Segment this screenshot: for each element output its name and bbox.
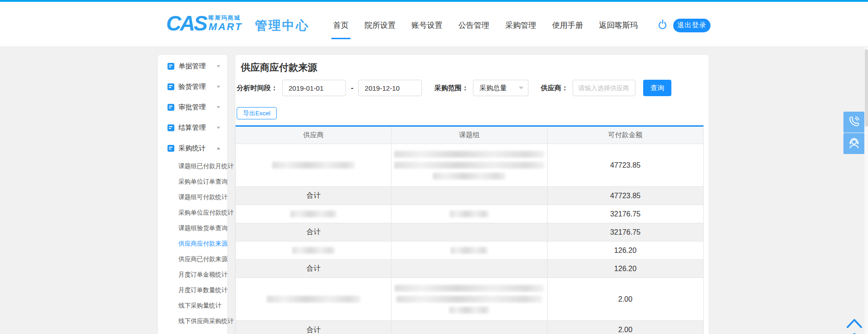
chevron-down-icon: [217, 86, 220, 88]
sidebar-subitem[interactable]: 月度订单数量统计: [158, 283, 227, 298]
total-amount-cell: 47723.85: [548, 187, 703, 205]
topic-group-cell: [391, 278, 547, 320]
table-body: 47723.85合计47723.8532176.75合计32176.75126.…: [236, 144, 703, 334]
redacted-text: [292, 247, 335, 254]
nav-item-user-manual[interactable]: 使用手册: [551, 15, 584, 35]
topic-group-cell: [391, 242, 547, 259]
supplier-cell: [236, 278, 391, 320]
chevron-down-icon: [519, 87, 523, 89]
sidebar-group-purchase-statistics[interactable]: 采购统计: [158, 138, 227, 159]
total-row: 合计32176.75: [236, 223, 703, 242]
redacted-text: [449, 307, 489, 313]
topic-group-cell: [391, 144, 547, 186]
sidebar-subitem[interactable]: 采购单位订单查询: [158, 174, 227, 190]
redacted-text: [394, 151, 544, 158]
scrollbar-track[interactable]: [864, 0, 868, 334]
logout-button[interactable]: 退出登录: [673, 19, 711, 32]
date-to-input[interactable]: [358, 80, 422, 96]
sidebar-group-document-management[interactable]: 单据管理: [158, 56, 227, 77]
chevron-down-icon: [217, 106, 220, 108]
nav-item-home[interactable]: 首页: [332, 15, 350, 35]
column-header: 可付款金额: [548, 127, 703, 144]
sidebar-group-settlement-management[interactable]: 结算管理: [158, 118, 227, 138]
phone-contact-button[interactable]: [843, 112, 864, 133]
sidebar-group-approval-management[interactable]: 审批管理: [158, 97, 227, 118]
column-header: 供应商: [236, 127, 391, 144]
nav-item-institute-settings[interactable]: 院所设置: [364, 15, 396, 35]
sidebar-subitem[interactable]: 采购单位应付款统计: [158, 205, 227, 221]
total-empty-cell: [391, 187, 547, 205]
column-header: 课题组: [391, 127, 547, 144]
sidebar-subitem[interactable]: 供应商应付款来源: [158, 236, 227, 252]
document-icon: [168, 104, 174, 111]
logo-mart-text: MART: [208, 22, 243, 32]
redacted-text: [272, 162, 355, 169]
nav-item-procurement-management[interactable]: 采购管理: [504, 15, 537, 35]
total-row: 合计2.00: [236, 321, 703, 334]
table-header-row: 供应商课题组可付款金额: [236, 127, 703, 144]
portal-title: 管理中心: [255, 17, 310, 34]
nav-item-announcement-management[interactable]: 公告管理: [457, 15, 490, 35]
total-empty-cell: [391, 260, 547, 277]
sidebar: 单据管理验货管理审批管理结算管理采购统计课题组已付款月统计采购单位订单查询课题组…: [158, 55, 227, 334]
scope-selected-value: 采购总量: [479, 84, 507, 92]
table-row: 47723.85: [236, 144, 703, 187]
power-icon[interactable]: [659, 21, 666, 29]
date-from-input[interactable]: [282, 80, 346, 96]
supplier-input[interactable]: [573, 80, 635, 96]
search-button[interactable]: 查询: [643, 80, 671, 96]
table-row: 126.20: [236, 242, 703, 260]
export-excel-button[interactable]: 导出Excel: [237, 107, 277, 119]
customer-service-icon: [848, 136, 861, 151]
header-right: 退出登录: [659, 2, 711, 49]
document-icon: [168, 63, 174, 70]
phone-icon: [848, 115, 860, 129]
total-amount-cell: 126.20: [548, 260, 703, 277]
scope-select[interactable]: 采购总量: [473, 80, 528, 96]
main-nav: 首页院所设置账号设置公告管理采购管理使用手册返回喀斯玛: [332, 2, 639, 49]
sidebar-subitem[interactable]: 线下供应商采购统计: [158, 313, 227, 329]
redacted-text: [433, 173, 506, 180]
sidebar-subitem[interactable]: 月度订单金额统计: [158, 267, 227, 283]
redacted-text: [395, 285, 544, 292]
total-label-cell: 合计: [236, 187, 391, 205]
scrollbar-thumb[interactable]: [865, 49, 868, 127]
redacted-text: [396, 296, 542, 303]
date-separator: -: [351, 84, 353, 92]
back-to-top-button[interactable]: [844, 316, 865, 334]
total-amount-cell: 2.00: [548, 321, 703, 334]
document-icon: [168, 145, 174, 152]
sidebar-subitem[interactable]: 课题组可付款统计: [158, 190, 227, 205]
data-table: 供应商课题组可付款金额 47723.85合计47723.8532176.75合计…: [235, 125, 704, 334]
scope-label: 采购范围：: [434, 84, 468, 92]
sidebar-group-label: 单据管理: [178, 62, 206, 71]
total-empty-cell: [391, 223, 547, 241]
redacted-text: [394, 162, 544, 169]
sidebar-subitem[interactable]: 课题组已付款月统计: [158, 159, 227, 174]
sidebar-subitem[interactable]: 课题组验货单查询: [158, 221, 227, 236]
sidebar-subitem[interactable]: 供应商已付款来源: [158, 252, 227, 267]
sidebar-group-inspection-management[interactable]: 验货管理: [158, 77, 227, 97]
redacted-text: [451, 247, 488, 254]
sidebar-group-label: 结算管理: [178, 123, 206, 132]
document-icon: [168, 124, 174, 131]
topic-group-cell: [391, 205, 547, 223]
redacted-text: [267, 296, 360, 303]
page: CAS 喀斯玛商城 MART 管理中心 首页院所设置账号设置公告管理采购管理使用…: [0, 0, 868, 334]
sidebar-group-label: 验货管理: [178, 82, 206, 91]
app-header: CAS 喀斯玛商城 MART 管理中心 首页院所设置账号设置公告管理采购管理使用…: [0, 0, 868, 47]
sidebar-subitem[interactable]: 线下采购量统计: [158, 298, 227, 313]
document-icon: [168, 83, 174, 90]
floating-contact-bar: [843, 112, 864, 154]
sidebar-submenu: 课题组已付款月统计采购单位订单查询课题组可付款统计采购单位应付款统计课题组验货单…: [158, 159, 227, 329]
casmart-logo[interactable]: CAS 喀斯玛商城 MART: [166, 13, 243, 34]
total-label-cell: 合计: [236, 321, 391, 334]
customer-service-button[interactable]: [843, 133, 864, 154]
page-title: 供应商应付款来源: [241, 61, 709, 74]
nav-item-back-to-casmart[interactable]: 返回喀斯玛: [598, 15, 639, 35]
total-row: 合计47723.85: [236, 187, 703, 205]
supplier-cell: [236, 144, 391, 186]
logo-cas-text: CAS: [166, 13, 206, 34]
chevron-down-icon: [217, 65, 220, 67]
nav-item-account-settings[interactable]: 账号设置: [411, 15, 443, 35]
